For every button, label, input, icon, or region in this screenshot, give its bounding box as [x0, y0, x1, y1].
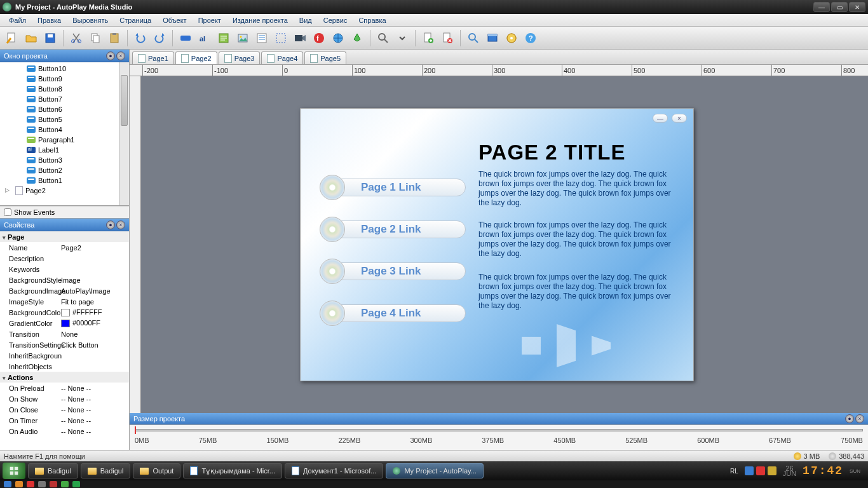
design-page[interactable]: — × PAGE 2 TITLE The quick brown fox jum… [300, 108, 694, 381]
property-row[interactable]: NamePage2 [0, 242, 129, 253]
tree-scrollbar[interactable] [119, 62, 129, 205]
maximize-button[interactable]: ▭ [831, 2, 848, 12]
page-tab[interactable]: Page2 [175, 51, 217, 64]
insert-hotspot-button[interactable] [273, 30, 289, 46]
page-tab[interactable]: Page5 [304, 51, 346, 64]
property-row[interactable]: On Close-- None -- [0, 404, 129, 415]
zoom-button[interactable] [375, 30, 391, 46]
insert-video-button[interactable] [292, 30, 308, 46]
tree-item[interactable]: Paragraph1 [0, 135, 129, 145]
ql-icon[interactable] [50, 481, 57, 487]
design-paragraph[interactable]: The quick brown fox jumps over the lazy … [478, 220, 675, 259]
design-paragraph[interactable]: The quick brown fox jumps over the lazy … [478, 273, 675, 311]
start-button[interactable] [3, 463, 25, 479]
minimize-button[interactable]: — [813, 2, 830, 12]
ql-icon[interactable] [27, 481, 34, 487]
menu-align[interactable]: Выровнять [67, 15, 113, 25]
property-value[interactable]: AutoPlay\Image [61, 287, 129, 295]
property-row[interactable]: On Timer-- None -- [0, 415, 129, 426]
menu-publish[interactable]: Издание проекта [227, 15, 293, 25]
menu-edit[interactable]: Правка [32, 15, 66, 25]
insert-web-button[interactable] [330, 30, 346, 46]
save-button[interactable] [42, 30, 58, 46]
menu-page[interactable]: Страница [114, 15, 156, 25]
page-tab[interactable]: Page4 [261, 51, 303, 64]
property-row[interactable]: BackgroundStyleImage [0, 274, 129, 285]
property-row[interactable]: GradientColor#0000FF [0, 318, 129, 329]
tree-item[interactable]: Button9 [0, 74, 129, 84]
insert-flash-button[interactable]: f [311, 30, 327, 46]
menu-help[interactable]: Справка [353, 15, 391, 25]
paste-button[interactable] [106, 30, 123, 46]
property-row[interactable]: TransitionNone [0, 329, 129, 339]
property-row[interactable]: Description [0, 253, 129, 264]
property-value[interactable]: -- None -- [61, 417, 129, 424]
design-nav-button[interactable]: Page 2 Link [320, 215, 466, 243]
ql-icon[interactable] [72, 481, 80, 487]
cut-button[interactable] [68, 30, 85, 46]
help-button[interactable]: ? [522, 30, 539, 46]
new-project-button[interactable] [4, 30, 20, 46]
panel-close-icon[interactable]: × [116, 220, 125, 229]
property-value[interactable]: -- None -- [61, 428, 129, 435]
canvas[interactable]: — × PAGE 2 TITLE The quick brown fox jum… [130, 76, 868, 413]
redo-button[interactable] [151, 30, 168, 46]
panel-pin-icon[interactable]: ● [106, 220, 115, 229]
design-title[interactable]: PAGE 2 TITLE [478, 140, 625, 165]
property-row[interactable]: On Show-- None -- [0, 393, 129, 404]
tray-icon[interactable] [745, 466, 754, 475]
close-button[interactable]: ✕ [849, 2, 865, 12]
page-tab[interactable]: Page3 [219, 51, 261, 64]
page-add-button[interactable] [420, 30, 437, 46]
insert-label-button[interactable]: aI [196, 30, 213, 46]
property-row[interactable]: Keywords [0, 264, 129, 274]
property-value[interactable]: -- None -- [61, 395, 129, 403]
open-button[interactable] [23, 30, 39, 46]
show-events-input[interactable] [4, 208, 11, 216]
run-button[interactable] [484, 30, 501, 46]
menu-project[interactable]: Проект [193, 15, 226, 25]
property-row[interactable]: InheritObjects [0, 361, 129, 372]
design-nav-button[interactable]: Page 3 Link [320, 257, 466, 285]
insert-button-button[interactable] [177, 30, 194, 46]
panel-close-icon[interactable]: × [116, 51, 125, 60]
tree-item[interactable]: Button3 [0, 155, 129, 165]
property-group[interactable]: Page [0, 231, 129, 242]
property-value[interactable]: Page2 [61, 244, 129, 252]
panel-close-icon[interactable]: × [855, 414, 864, 423]
property-row[interactable]: InheritBackgroun [0, 350, 129, 361]
tree-item[interactable]: Button4 [0, 125, 129, 135]
ql-icon[interactable] [38, 481, 46, 487]
design-close-icon[interactable]: × [672, 114, 687, 123]
insert-image-button[interactable] [234, 30, 251, 46]
tree-item[interactable]: Label1 [0, 145, 129, 155]
tree-item[interactable]: Button2 [0, 165, 129, 175]
property-row[interactable]: BackgroundImageAutoPlay\Image [0, 285, 129, 296]
property-row[interactable]: TransitionSettingsClick Button [0, 339, 129, 350]
tree-item[interactable]: Button6 [0, 104, 129, 114]
insert-paragraph-button[interactable] [215, 30, 232, 46]
tree-item[interactable]: Button5 [0, 114, 129, 125]
tree-item[interactable]: Button10 [0, 64, 129, 74]
tree-item[interactable]: Button8 [0, 84, 129, 94]
taskbar-item[interactable]: Тұқырымдама - Micr... [183, 463, 282, 478]
menu-file[interactable]: Файл [4, 15, 31, 25]
ql-icon[interactable] [61, 481, 69, 487]
design-nav-button[interactable]: Page 4 Link [320, 299, 466, 327]
taskbar-item[interactable]: Документ1 - Microsof... [285, 463, 383, 478]
menu-view[interactable]: Вид [294, 15, 317, 25]
property-row[interactable]: On Audio-- None -- [0, 426, 129, 437]
property-row[interactable]: On Preload-- None -- [0, 383, 129, 393]
property-value[interactable]: #0000FF [61, 319, 129, 327]
menu-object[interactable]: Объект [158, 15, 191, 25]
page-tab[interactable]: Page1 [132, 51, 174, 64]
panel-pin-icon[interactable]: ● [106, 51, 115, 60]
tree-item-page[interactable]: ▷Page2 [0, 186, 129, 196]
build-button[interactable] [503, 30, 520, 46]
tray-icons[interactable] [745, 466, 776, 475]
tray-icon[interactable] [768, 466, 776, 475]
property-value[interactable]: -- None -- [61, 384, 129, 392]
design-minimize-icon[interactable]: — [653, 114, 668, 123]
preview-button[interactable] [465, 30, 482, 46]
taskbar-item[interactable]: Badigul [81, 463, 131, 478]
